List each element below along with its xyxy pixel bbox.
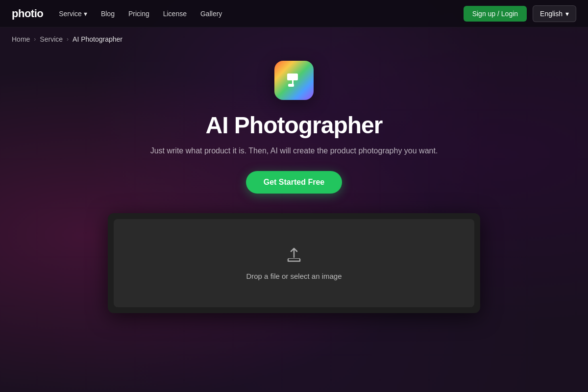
breadcrumb-service[interactable]: Service xyxy=(40,35,63,43)
nav-links: Service ▾ Blog Pricing License Gallery xyxy=(59,9,222,18)
upload-container: Drop a file or select an image xyxy=(108,213,480,313)
breadcrumb-separator-2: › xyxy=(67,36,69,43)
signup-button[interactable]: Sign up / Login xyxy=(464,6,527,22)
language-selector[interactable]: English ▾ xyxy=(533,5,576,22)
breadcrumb-home[interactable]: Home xyxy=(12,35,30,43)
service-with-chevron: Service ▾ xyxy=(59,10,87,18)
chevron-down-icon: ▾ xyxy=(565,10,569,18)
breadcrumb: Home › Service › AI Photographer xyxy=(0,27,588,51)
logo[interactable]: photio xyxy=(12,7,43,20)
nav-blog-link[interactable]: Blog xyxy=(101,10,115,18)
hero-subtitle: Just write what product it is. Then, AI … xyxy=(150,147,438,155)
upload-icon xyxy=(285,246,303,266)
navbar: photio Service ▾ Blog Pricing License xyxy=(0,0,588,27)
breadcrumb-current: AI Photographer xyxy=(73,35,122,43)
service-label: Service xyxy=(59,10,82,18)
upload-label: Drop a file or select an image xyxy=(246,272,342,280)
language-label: English xyxy=(540,10,563,18)
navbar-right: Sign up / Login English ▾ xyxy=(464,5,576,22)
svg-rect-2 xyxy=(292,79,294,84)
nav-license-link[interactable]: License xyxy=(163,10,187,18)
nav-item-blog[interactable]: Blog xyxy=(101,9,115,18)
hero-title: AI Photographer xyxy=(205,112,382,139)
get-started-button[interactable]: Get Started Free xyxy=(246,171,342,194)
nav-service-link[interactable]: Service ▾ xyxy=(59,10,87,18)
app-icon xyxy=(274,61,314,100)
nav-pricing-link[interactable]: Pricing xyxy=(128,10,149,18)
navbar-left: photio Service ▾ Blog Pricing License xyxy=(12,7,222,20)
breadcrumb-separator-1: › xyxy=(34,36,36,43)
svg-rect-4 xyxy=(288,258,300,259)
nav-item-service[interactable]: Service ▾ xyxy=(59,10,87,18)
hero-section: AI Photographer Just write what product … xyxy=(0,51,588,194)
upload-dropzone[interactable]: Drop a file or select an image xyxy=(114,219,474,307)
nav-item-gallery[interactable]: Gallery xyxy=(200,9,222,18)
app-icon-svg xyxy=(283,70,305,91)
nav-gallery-link[interactable]: Gallery xyxy=(200,10,222,18)
nav-item-pricing[interactable]: Pricing xyxy=(128,9,149,18)
svg-rect-1 xyxy=(287,74,298,80)
svg-rect-3 xyxy=(288,84,294,87)
nav-item-license[interactable]: License xyxy=(163,9,187,18)
chevron-down-icon: ▾ xyxy=(84,10,87,18)
